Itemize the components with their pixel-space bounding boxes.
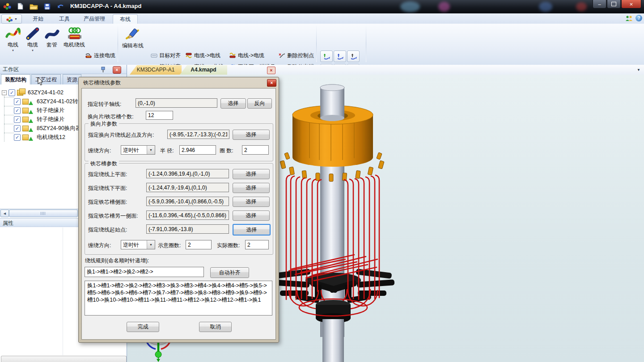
wind-dir-dropdown[interactable]: 逆时针 ▼ (121, 145, 155, 155)
turns-input[interactable] (242, 145, 269, 155)
side-face-input[interactable] (146, 197, 229, 206)
axis-select-button[interactable]: 选择 (220, 98, 246, 109)
motor-winding-icon (66, 27, 82, 40)
workspace-header[interactable]: 工作区 × (0, 65, 127, 74)
dropdown-caret-icon[interactable]: ▼ (147, 146, 155, 154)
edit-routing-icon (125, 27, 141, 41)
tree-checkbox[interactable]: ✓ (14, 134, 21, 141)
dropdown-caret-icon[interactable]: ▼ (147, 240, 155, 249)
app-menu-button[interactable]: ▼ (1, 14, 22, 24)
save-button[interactable] (42, 2, 52, 11)
wind-dir2-dropdown[interactable]: 逆时针 ▼ (121, 240, 155, 249)
cancel-button[interactable]: 取消 (199, 322, 232, 332)
maximize-button[interactable] (607, 0, 621, 8)
rule-full-textarea[interactable]: 换1->槽1->槽2->换2->槽2->槽3->换3->槽3->槽4->换4->… (85, 281, 272, 316)
comm-start-select-button[interactable]: 选择 (233, 130, 270, 140)
undo-button[interactable] (55, 2, 65, 11)
tab-tools[interactable]: 工具 (52, 14, 76, 24)
tab-assembly-structure[interactable]: 装配结构 (1, 74, 30, 85)
clamp-adjust-button-2[interactable] (334, 51, 346, 62)
dialog-close-button[interactable]: × (267, 79, 276, 87)
tab-start[interactable]: 开始 (26, 14, 50, 24)
new-file-button[interactable] (15, 2, 25, 11)
lower-plane-input[interactable] (146, 183, 229, 192)
doc-tab-close-button[interactable]: × (267, 67, 275, 74)
comm-start-input[interactable] (167, 130, 229, 139)
background-window-artifacts (438, 2, 450, 12)
cable-to-wire-button[interactable]: 电缆->电线 (184, 51, 221, 60)
bottom-collapsed-panel[interactable] (1, 356, 127, 362)
axis-input[interactable] (136, 98, 217, 108)
commutator-group: 换向片参数 指定换向片绕线起点及方向: 选择 缠绕方向: 逆时针 ▼ 半 径: … (85, 123, 273, 161)
cable-to-wire-label: 电缆->电线 (194, 52, 220, 59)
clamp-adjust-button-3[interactable] (347, 51, 360, 62)
tree-node-child[interactable]: ✓ 85ZY24-90换向器 (14, 124, 81, 133)
autocomplete-button[interactable]: 自动补齐 (210, 267, 249, 278)
delete-control-point-button[interactable]: 删除控制点 (277, 51, 315, 60)
help-glyph: ? (637, 16, 640, 21)
clamp-adjust-button-1[interactable] (320, 51, 333, 62)
other-side-input[interactable] (146, 210, 229, 220)
start-point-select-button[interactable]: 选择 (233, 224, 271, 236)
axis-reverse-button[interactable]: 反向 (247, 98, 272, 109)
lower-plane-select-button[interactable]: 选择 (233, 183, 270, 193)
segment-count-input[interactable] (146, 111, 173, 120)
scrollbar-left-arrow[interactable]: ◀ (0, 210, 9, 217)
start-point-input[interactable] (146, 224, 229, 234)
scrollbar-thumb[interactable] (9, 210, 78, 217)
edit-routing-button[interactable]: 编辑布线 (121, 26, 145, 55)
target-align-button[interactable]: 目标对齐 (150, 51, 182, 60)
motor-winding-button[interactable]: 电机绕线 (62, 26, 87, 55)
wire-button[interactable]: 电线 ▾ (4, 26, 22, 55)
tree-expand-icon[interactable]: − (2, 90, 7, 95)
help-icon[interactable]: ? (636, 15, 642, 21)
scrollbar-grip (41, 212, 46, 215)
tree-checkbox[interactable]: ✓ (14, 98, 21, 105)
sleeve-button[interactable]: 套管 (43, 26, 61, 55)
actual-turns-input[interactable] (245, 240, 269, 249)
tree-checkbox[interactable]: ✓ (8, 89, 15, 96)
tree-connector (4, 93, 4, 142)
tree-node-root[interactable]: − ✓ 63ZY24-41-02 (2, 88, 64, 97)
dialog-title[interactable]: 铁芯槽绕线参数 (83, 79, 121, 87)
doc-tab-km3dcapp-a1[interactable]: KM3DCAPP-A1 (130, 65, 182, 75)
ribbon-tab-row: ▼ 开始 工具 产品管理 布线 ? (0, 13, 644, 24)
minimize-button[interactable]: – (593, 0, 606, 8)
pin-icon[interactable] (100, 66, 106, 73)
tab-list-caret-icon[interactable]: ▼ (637, 68, 640, 72)
upper-plane-select-button[interactable]: 选择 (233, 169, 270, 179)
demo-turns-input[interactable] (186, 240, 212, 249)
tree-node-child[interactable]: ✓ 转子绝缘片 (14, 106, 65, 115)
side-face-select-button[interactable]: 选择 (233, 197, 270, 207)
tree-node-child[interactable]: ✓ 电机绕线12 (14, 133, 65, 142)
finish-button[interactable]: 完成 (127, 322, 159, 332)
doc-tab-a4-kmapd[interactable]: A4.kmapd (180, 65, 227, 75)
other-side-select-button[interactable]: 选择 (233, 210, 270, 221)
mouse-cursor (38, 77, 44, 86)
radius-input[interactable] (179, 145, 216, 155)
close-button[interactable]: × (621, 0, 641, 8)
users-icon[interactable] (625, 15, 633, 21)
tree-node-child[interactable]: ✓ 转子绝缘片 (14, 115, 65, 124)
connect-cable-label: 连接电缆 (94, 52, 115, 59)
tab-process[interactable]: 工艺过程 (31, 74, 61, 84)
tree-checkbox[interactable]: ✓ (14, 125, 21, 132)
open-folder-button[interactable] (29, 2, 38, 11)
wire-to-cable-button[interactable]: 电线->电缆 (228, 51, 265, 60)
tree-checkbox[interactable]: ✓ (14, 116, 21, 123)
tab-product-mgmt[interactable]: 产品管理 (77, 14, 112, 24)
rule-input[interactable] (85, 267, 204, 277)
comm-start-label: 指定换向片绕线起点及方向: (88, 131, 154, 139)
window-controls: – × (593, 0, 641, 8)
workspace-close-button[interactable]: × (113, 66, 121, 74)
part-icon (22, 135, 29, 140)
title-bar[interactable]: ▼ KM3DCAPP-A - A4.kmapd – × (0, 0, 644, 13)
cable-button[interactable]: 电缆 ▾ (23, 26, 42, 55)
tree-node-child[interactable]: ✓ 63ZY24-41-02转 (14, 97, 78, 106)
tab-routing[interactable]: 布线 (113, 14, 138, 24)
3d-model-motor-rotor[interactable] (268, 81, 398, 362)
upper-plane-input[interactable] (146, 169, 229, 178)
connect-cable-button[interactable]: 连接电缆 (84, 51, 116, 60)
part-state-icon (29, 128, 33, 132)
tree-checkbox[interactable]: ✓ (14, 107, 21, 114)
